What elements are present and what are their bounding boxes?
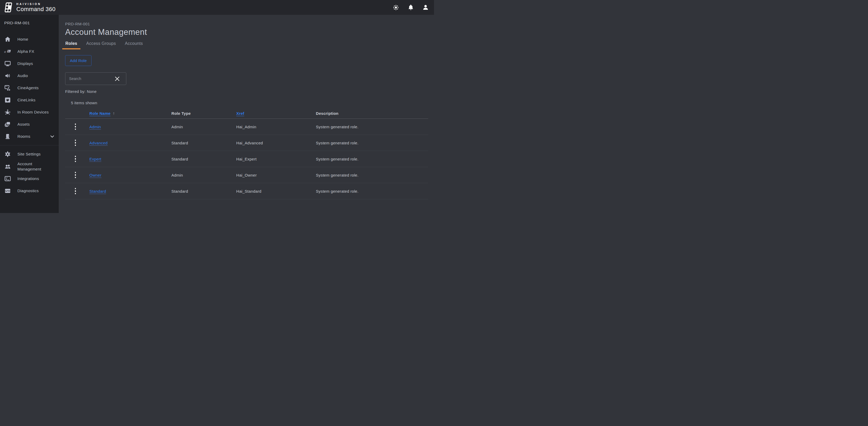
row-kebab-menu[interactable] — [71, 138, 80, 147]
sidebar-item-audio[interactable]: Audio — [0, 70, 59, 82]
notifications-bell-icon[interactable] — [407, 4, 414, 11]
displays-icon — [4, 60, 11, 67]
sidebar-item-label: Integrations — [18, 176, 39, 181]
chevron-down-icon[interactable] — [50, 135, 54, 138]
sidebar-item-displays[interactable]: Displays — [0, 58, 59, 70]
sidebar-item-label: Alpha FX — [18, 49, 34, 54]
row-kebab-menu[interactable] — [71, 122, 80, 131]
table-row: Expert Standard Hai_Expert System genera… — [65, 151, 428, 167]
description-cell: System generated role. — [316, 157, 428, 161]
tab-access-groups[interactable]: Access Groups — [83, 39, 119, 49]
table-row: Advanced Standard Hai_Advanced System ge… — [65, 135, 428, 151]
xref-sort-link[interactable]: Xref — [236, 111, 244, 116]
sidebar-item-label: Assets — [18, 122, 30, 127]
tab-bar: Roles Access Groups Accounts — [62, 39, 428, 49]
role-name-link[interactable]: Standard — [89, 189, 106, 194]
brand-text: HAIVISION Command 360 — [17, 3, 56, 12]
description-cell: System generated role. — [316, 141, 428, 145]
home-icon — [4, 36, 11, 43]
sidebar-item-rooms[interactable]: Rooms — [0, 131, 59, 143]
description-cell: System generated role. — [316, 173, 428, 177]
sidebar-item-integrations[interactable]: Integrations — [0, 173, 59, 185]
xref-cell: Hai_Admin — [236, 124, 316, 129]
roles-table: Role Name↑ Role Type Xref Description Ad… — [65, 108, 428, 199]
sort-ascending-icon: ↑ — [113, 111, 115, 116]
description-cell: System generated role. — [316, 124, 428, 129]
sidebar-item-label: In Room Devices — [18, 110, 49, 115]
tab-accounts[interactable]: Accounts — [122, 39, 146, 49]
role-type-cell: Standard — [172, 189, 236, 194]
tab-roles[interactable]: Roles — [62, 39, 81, 49]
role-name-sort-link[interactable]: Role Name — [89, 111, 111, 116]
brand-logo: HAIVISION Command 360 — [4, 2, 56, 13]
top-bar: HAIVISION Command 360 — [0, 0, 434, 15]
xref-column-header: Xref — [236, 111, 316, 116]
main-content: PRD-RM-001 Account Management Roles Acce… — [59, 15, 434, 213]
haivision-logo-icon — [4, 2, 13, 13]
row-kebab-menu[interactable] — [71, 154, 80, 163]
product-name: Command 360 — [17, 6, 56, 12]
sidebar-item-label: CineLinks — [18, 97, 36, 103]
rooms-door-icon — [4, 133, 11, 140]
sidebar-item-home[interactable]: Home — [0, 33, 59, 46]
audio-speaker-icon — [4, 72, 11, 79]
items-shown-count: 5 items shown — [71, 101, 428, 105]
alpha-fx-icon: α fx — [4, 48, 11, 55]
role-type-cell: Admin — [172, 173, 236, 177]
sidebar-item-diagnostics[interactable]: Diagnostics — [0, 185, 59, 197]
role-type-cell: Admin — [172, 124, 236, 129]
table-row: Owner Admin Hai_Owner System generated r… — [65, 167, 428, 183]
cineagents-icon — [4, 84, 11, 91]
role-name-link[interactable]: Advanced — [89, 141, 107, 145]
display-settings-icon[interactable] — [392, 4, 399, 11]
sidebar-item-cineagents[interactable]: CineAgents — [0, 82, 59, 94]
assets-icon — [4, 121, 11, 128]
sidebar: PRD-RM-001 Home α fx — [0, 15, 59, 213]
brand-name: HAIVISION — [17, 3, 56, 5]
xref-cell: Hai_Expert — [236, 157, 316, 161]
table-row: Standard Standard Hai_Standard System ge… — [65, 183, 428, 199]
description-column-header: Description — [316, 111, 428, 116]
xref-cell: Hai_Standard — [236, 189, 316, 194]
role-name-link[interactable]: Admin — [89, 124, 101, 129]
row-kebab-menu[interactable] — [71, 171, 80, 179]
role-name-link[interactable]: Expert — [89, 157, 101, 161]
role-type-column-header: Role Type — [172, 111, 236, 116]
xref-cell: Hai_Advanced — [236, 141, 316, 145]
search-box — [65, 72, 126, 85]
cinelinks-ethernet-icon — [4, 96, 11, 104]
search-clear-icon[interactable] — [113, 75, 121, 82]
sidebar-item-label: Home — [18, 37, 28, 42]
topbar-actions — [392, 4, 429, 11]
role-name-column-header: Role Name↑ — [89, 111, 172, 116]
role-type-cell: Standard — [172, 157, 236, 161]
room-label: PRD-RM-001 — [0, 21, 59, 25]
in-room-devices-icon — [4, 109, 11, 116]
search-input[interactable] — [69, 77, 113, 81]
diagnostics-pulse-icon — [4, 188, 11, 194]
filter-status: Filtered by: None — [65, 89, 428, 94]
page-title: Account Management — [65, 27, 428, 37]
sidebar-item-alpha-fx[interactable]: α fx Alpha FX — [0, 46, 59, 58]
xref-cell: Hai_Owner — [236, 173, 316, 177]
table-header-row: Role Name↑ Role Type Xref Description — [65, 108, 428, 119]
sidebar-item-account-management[interactable]: Account Management — [0, 160, 59, 173]
sidebar-item-label: Displays — [18, 61, 33, 66]
sidebar-item-in-room-devices[interactable]: In Room Devices — [0, 106, 59, 118]
app-window: HAIVISION Command 360 — [0, 0, 434, 213]
sidebar-divider — [0, 145, 59, 145]
integrations-terminal-icon — [4, 175, 11, 182]
row-kebab-menu[interactable] — [71, 187, 80, 196]
sidebar-item-site-settings[interactable]: Site Settings — [0, 148, 59, 160]
sidebar-item-cinelinks[interactable]: CineLinks — [0, 94, 59, 106]
add-role-button[interactable]: Add Role — [65, 55, 92, 66]
sidebar-item-assets[interactable]: Assets — [0, 118, 59, 131]
sidebar-item-label: Site Settings — [18, 151, 41, 157]
role-type-cell: Standard — [172, 141, 236, 145]
account-management-users-icon — [4, 163, 11, 170]
role-name-link[interactable]: Owner — [89, 173, 101, 177]
description-cell: System generated role. — [316, 189, 428, 194]
sidebar-nav: Home α fx Alpha FX — [0, 33, 59, 197]
account-avatar-icon[interactable] — [422, 4, 429, 11]
breadcrumb: PRD-RM-001 — [65, 22, 428, 26]
